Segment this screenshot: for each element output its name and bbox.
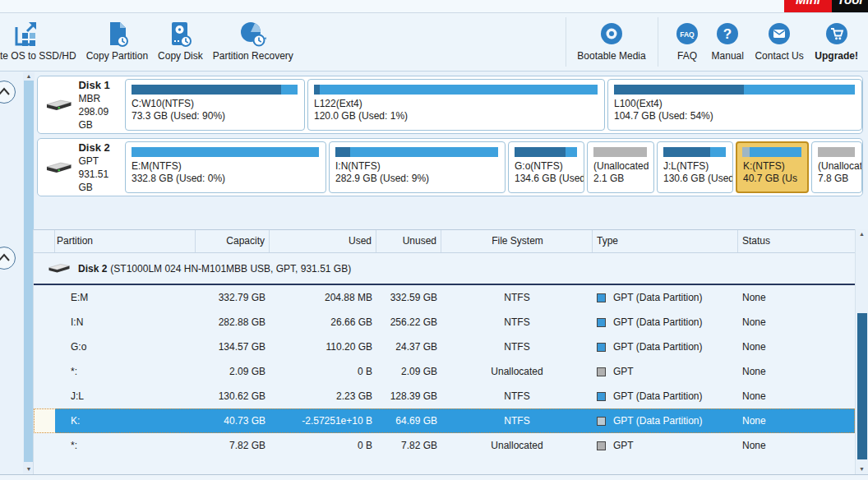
cell-file-system: NTFS	[441, 384, 593, 408]
cell-partition: E:M	[55, 285, 196, 310]
cell-capacity: 2.09 GB	[196, 359, 270, 384]
toolbar: Migrate OS to SSD/HD Copy Partition	[0, 13, 868, 72]
cell-status: None	[738, 310, 856, 335]
usage-bar	[593, 147, 647, 157]
partition-box-unallocated-1[interactable]: (Unallocated 2.1 GB	[587, 141, 654, 193]
table-scrollbar-thumb[interactable]	[857, 313, 867, 459]
cell-type: GPT (Data Partition)	[593, 292, 738, 303]
column-row-selector	[34, 230, 55, 252]
partition-recovery-icon	[239, 19, 267, 47]
usage-bar	[314, 85, 598, 95]
table-row[interactable]: *: 2.09 GB 0 B 2.09 GB Unallocated GPT N…	[34, 359, 855, 384]
table-row-selected[interactable]: K: 40.73 GB -2.57251e+10 B 64.69 GB NTFS…	[34, 408, 855, 433]
disk1-map-row: Disk 1 MBR 298.09 GB C:W10(NTFS) 73.3 GB…	[37, 76, 863, 134]
bootable-media-button[interactable]: Bootable Media	[577, 19, 645, 62]
copy-partition-button[interactable]: Copy Partition	[86, 19, 148, 62]
contact-us-button[interactable]: Contact Us	[755, 19, 803, 62]
faq-button[interactable]: FAQ FAQ	[674, 19, 700, 62]
mail-icon	[766, 19, 792, 47]
column-file-system[interactable]: File System	[441, 230, 593, 252]
column-used[interactable]: Used	[270, 230, 376, 252]
copy-partition-icon	[104, 19, 130, 47]
group-disk-name: Disk 2	[78, 263, 107, 275]
usage-bar	[614, 85, 855, 95]
column-capacity[interactable]: Capacity	[196, 230, 270, 252]
bootable-media-icon	[598, 19, 625, 47]
partition-label: G:o(NTFS)	[515, 160, 584, 173]
upgrade-button[interactable]: Upgrade!	[815, 19, 858, 62]
cell-status: None	[738, 384, 856, 408]
toolbar-group-media: Bootable Media	[566, 19, 658, 62]
partition-recovery-button[interactable]: Partition Recovery	[213, 19, 293, 62]
partition-box-e[interactable]: E:M(NTFS) 332.8 GB (Used: 0%)	[125, 141, 326, 193]
partition-info: 130.6 GB (Used	[663, 173, 732, 185]
copy-disk-button[interactable]: Copy Disk	[158, 19, 203, 62]
column-unused[interactable]: Unused	[376, 230, 441, 252]
cell-used: 26.66 GB	[270, 310, 376, 335]
svg-text:?: ?	[723, 26, 732, 42]
partition-type-swatch	[597, 318, 606, 327]
partition-type-swatch	[597, 417, 606, 426]
manual-label: Manual	[712, 50, 744, 62]
partition-info: 120.0 GB (Used: 1%)	[314, 110, 604, 122]
table-row[interactable]: E:M 332.79 GB 204.88 MB 332.59 GB NTFS G…	[34, 285, 855, 310]
table-scrollbar[interactable]: ▲ ▼	[855, 229, 868, 474]
partition-box-l100[interactable]: L100(Ext4) 104.7 GB (Used: 54%)	[607, 79, 862, 131]
column-status[interactable]: Status	[738, 230, 856, 252]
partition-box-c[interactable]: C:W10(NTFS) 73.3 GB (Used: 90%)	[125, 79, 305, 131]
partition-label: I:N(NTFS)	[335, 160, 505, 173]
partition-info: 104.7 GB (Used: 54%)	[614, 110, 861, 122]
partition-type-swatch	[597, 343, 606, 352]
partition-box-unallocated-2[interactable]: (Unallocated 7.8 GB	[811, 141, 862, 193]
logo-mini: Mini	[784, 0, 832, 12]
partition-label: L100(Ext4)	[614, 98, 861, 110]
question-icon: ?	[714, 19, 741, 47]
partition-label: (Unallocated	[818, 160, 861, 173]
partition-type-swatch	[597, 367, 606, 376]
partition-label: L122(Ext4)	[314, 98, 604, 110]
partition-box-k-selected[interactable]: K:(NTFS) 40.7 GB (Us	[736, 141, 809, 193]
disk1-header[interactable]: Disk 1 MBR 298.09 GB	[38, 76, 125, 133]
disk2-header[interactable]: Disk 2 GPT 931.51 GB	[38, 139, 125, 196]
scroll-up-icon[interactable]: ▲	[23, 72, 35, 81]
cell-status: None	[738, 285, 856, 310]
disk1-partitions: C:W10(NTFS) 73.3 GB (Used: 90%) L122(Ext…	[125, 76, 862, 133]
table-header-row: Partition Capacity Used Unused File Syst…	[34, 230, 855, 253]
partition-box-i[interactable]: I:N(NTFS) 282.9 GB (Used: 9%)	[329, 141, 506, 193]
disk2-map-row: Disk 2 GPT 931.51 GB E:M(NTFS) 332.8 GB …	[37, 138, 863, 196]
cell-type: GPT	[593, 366, 738, 377]
table-row[interactable]: *: 7.82 GB 0 B 7.82 GB Unallocated GPT N…	[34, 433, 855, 458]
cell-used: 0 B	[270, 433, 376, 458]
column-type[interactable]: Type	[593, 230, 738, 252]
partition-wizard-window: Mini Tool Migrate OS to SSD/HD	[0, 0, 868, 480]
cell-capacity: 130.62 GB	[196, 384, 270, 408]
collapse-diskmap-button[interactable]	[0, 81, 16, 104]
cell-type: GPT (Data Partition)	[593, 390, 738, 402]
cell-status: None	[738, 359, 856, 384]
migrate-os-button[interactable]: Migrate OS to SSD/HD	[0, 19, 76, 62]
scroll-up-icon[interactable]: ▲	[856, 230, 868, 238]
partition-label: E:M(NTFS)	[132, 160, 326, 173]
partition-info: 7.8 GB	[818, 173, 861, 185]
cart-icon	[824, 19, 850, 47]
chevron-up-icon	[0, 81, 15, 103]
cell-unused: 256.22 GB	[376, 310, 441, 335]
partition-box-l122[interactable]: L122(Ext4) 120.0 GB (Used: 1%)	[307, 79, 605, 131]
cell-type: GPT (Data Partition)	[593, 415, 738, 427]
partition-box-g[interactable]: G:o(NTFS) 134.6 GB (Used:	[508, 141, 584, 193]
collapse-table-button[interactable]	[0, 247, 16, 270]
table-row[interactable]: I:N 282.88 GB 26.66 GB 256.22 GB NTFS GP…	[34, 310, 855, 335]
svg-text:FAQ: FAQ	[680, 30, 695, 39]
disk2-name: Disk 2	[78, 141, 125, 155]
partition-info: 134.6 GB (Used:	[515, 173, 584, 185]
column-partition[interactable]: Partition	[55, 230, 196, 252]
disk2-group-row[interactable]: Disk 2 (ST1000LM 024 HN-M101MBB USB, GPT…	[34, 253, 855, 285]
scroll-down-icon[interactable]: ▼	[856, 465, 868, 473]
partition-label: K:(NTFS)	[743, 160, 807, 173]
partition-box-j[interactable]: J:L(NTFS) 130.6 GB (Used	[657, 141, 733, 193]
table-row[interactable]: J:L 130.62 GB 2.23 GB 128.39 GB NTFS GPT…	[34, 384, 855, 408]
copy-partition-label: Copy Partition	[86, 50, 148, 62]
table-row[interactable]: G:o 134.57 GB 110.20 GB 24.37 GB NTFS GP…	[34, 335, 855, 359]
manual-button[interactable]: ? Manual	[712, 19, 744, 62]
usage-bar	[663, 147, 726, 157]
